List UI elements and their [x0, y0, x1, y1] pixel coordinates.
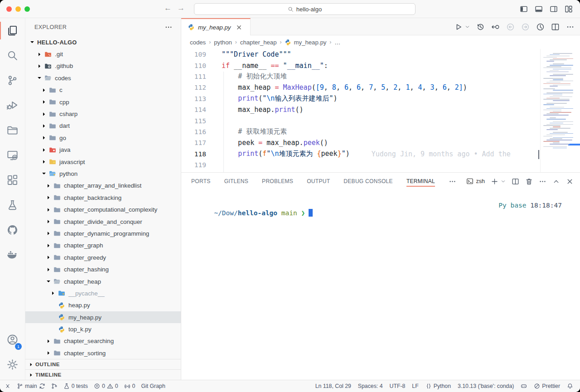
status-git-graph-button[interactable]	[51, 383, 58, 389]
code-line-109[interactable]: 109"""Driver Code"""	[181, 49, 540, 60]
code-line-111[interactable]: 111 # 初始化大顶堆	[181, 71, 540, 82]
code-line-119[interactable]: 119	[181, 160, 540, 170]
code-line-118[interactable]: 118 print(f"\n堆顶元素为 {peek}")Yudong Jin, …	[181, 149, 540, 160]
status-ports[interactable]: 0	[124, 383, 135, 389]
activity-item-settings[interactable]	[0, 352, 25, 377]
layout-sidebar-right-icon[interactable]	[550, 5, 558, 13]
activity-item-run-and-debug[interactable]	[0, 93, 25, 118]
tree-item-chapter-dynamic-programming[interactable]: chapter_dynamic_programming	[25, 227, 181, 239]
activity-item-explorer[interactable]	[0, 18, 25, 43]
activity-item-search[interactable]	[0, 43, 25, 68]
line-number[interactable]: 113	[181, 95, 206, 102]
tree-item-chapter-graph[interactable]: chapter_graph	[25, 240, 181, 252]
breadcrumb-item-codes[interactable]: codes	[190, 39, 206, 46]
activity-item-testing[interactable]	[0, 193, 25, 218]
activity-item-accounts[interactable]: 1	[0, 327, 25, 352]
back-arrow-icon[interactable]: ←	[164, 4, 172, 13]
tree-item-chapter-array-and-linkedlist[interactable]: chapter_array_and_linkedlist	[25, 180, 181, 192]
tree-item-chapter-heap[interactable]: chapter_heap	[25, 276, 181, 287]
tree-item-codes[interactable]: codes	[25, 72, 181, 84]
code-editor[interactable]: 109"""Driver Code"""110if __name__ == "_…	[181, 49, 540, 172]
tree-item-c[interactable]: c	[25, 84, 181, 96]
status-remote-indicator[interactable]	[5, 383, 11, 389]
status-indentation[interactable]: Spaces: 4	[358, 383, 383, 389]
status-encoding[interactable]: UTF-8	[390, 383, 406, 389]
panel-tabs-more-icon[interactable]	[449, 178, 456, 185]
command-center-search[interactable]: hello-algo	[194, 3, 416, 15]
line-number[interactable]: 114	[181, 106, 206, 113]
tree-item--github[interactable]: .github	[25, 60, 181, 72]
tree-item-my-heap-py[interactable]: my_heap.py	[25, 311, 181, 323]
sidebar-section-outline[interactable]: OUTLINE	[25, 359, 181, 369]
terminal-more-actions-icon[interactable]	[539, 178, 546, 185]
close-panel-icon[interactable]	[566, 178, 574, 185]
layout-panel-icon[interactable]	[535, 5, 543, 13]
tree-item-java[interactable]: java	[25, 144, 181, 156]
close-tab-icon[interactable]	[236, 24, 242, 31]
status-git-graph-label[interactable]: Git Graph	[141, 383, 165, 389]
status-language-mode[interactable]: Python	[425, 383, 451, 389]
tree-item-chapter-divide-and-conquer[interactable]: chapter_divide_and_conquer	[25, 216, 181, 227]
activity-item-extensions[interactable]	[0, 168, 25, 193]
status-tests[interactable]: 0 tests	[63, 383, 88, 389]
status-prettier[interactable]: Prettier	[534, 383, 560, 389]
tree-item--git[interactable]: .git	[25, 48, 181, 60]
zoom-window-button[interactable]	[24, 6, 30, 12]
code-line-114[interactable]: 114 max_heap.print()	[181, 104, 540, 115]
activity-item-github[interactable]	[0, 218, 25, 242]
status-eol[interactable]: LF	[412, 383, 418, 389]
open-changes-icon[interactable]	[491, 23, 500, 31]
code-line-113[interactable]: 113 print("\n输入列表并建堆后")	[181, 93, 540, 104]
more-actions-icon[interactable]	[566, 23, 575, 31]
new-terminal-icon[interactable]	[491, 178, 498, 185]
tree-item-cpp[interactable]: cpp	[25, 96, 181, 108]
panel-tab-terminal[interactable]: TERMINAL	[406, 173, 435, 190]
tree-item-chapter-greedy[interactable]: chapter_greedy	[25, 252, 181, 263]
tree-item-top-k-py[interactable]: top_k.py	[25, 323, 181, 335]
breadcrumb-item-chapter-heap[interactable]: chapter_heap	[240, 39, 277, 46]
status-notifications[interactable]	[567, 383, 573, 389]
maximize-panel-icon[interactable]	[552, 178, 560, 185]
activity-item-remote-explorer[interactable]	[0, 143, 25, 168]
timeline-history-icon[interactable]	[476, 23, 485, 31]
terminal-prompt[interactable]: ~/Dow/hello-algo main ❯	[190, 202, 313, 224]
panel-tab-ports[interactable]: PORTS	[191, 173, 211, 190]
code-line-117[interactable]: 117 peek = max_heap.peek()	[181, 137, 540, 148]
tree-item-go[interactable]: go	[25, 132, 181, 144]
activity-item-project-folder[interactable]	[0, 118, 25, 143]
line-number[interactable]: 119	[181, 161, 206, 169]
status-copilot[interactable]	[521, 383, 527, 389]
tree-item-chapter-sorting[interactable]: chapter_sorting	[25, 347, 181, 359]
layout-sidebar-left-icon[interactable]	[520, 5, 528, 13]
status-cursor-position[interactable]: Ln 118, Col 29	[315, 383, 351, 389]
run-python-file-chevron-icon[interactable]	[465, 24, 470, 29]
panel-tab-gitlens[interactable]: GITLENS	[224, 173, 248, 190]
gitlens-graph-icon[interactable]	[536, 23, 545, 31]
line-number[interactable]: 115	[181, 117, 206, 125]
panel-tab-problems[interactable]: PROBLEMS	[262, 173, 293, 190]
breadcrumb-item-my-heap-py[interactable]: my_heap.py	[285, 39, 326, 46]
breadcrumb-item-python[interactable]: python	[214, 39, 232, 46]
tree-item-javascript[interactable]: javascript	[25, 156, 181, 168]
code-line-110[interactable]: 110if __name__ == "__main__":	[181, 60, 540, 71]
split-editor-icon[interactable]	[551, 23, 560, 31]
line-number[interactable]: 112	[181, 84, 206, 91]
run-python-file-icon[interactable]	[454, 23, 463, 31]
code-line-116[interactable]: 116 # 获取堆顶元素	[181, 126, 540, 137]
layout-customize-icon[interactable]	[565, 5, 573, 13]
activity-item-docker[interactable]	[0, 242, 25, 267]
tree-item-heap-py[interactable]: heap.py	[25, 300, 181, 311]
minimize-window-button[interactable]	[15, 6, 21, 12]
breadcrumb-item--[interactable]: …	[334, 39, 340, 46]
new-terminal-chevron-icon[interactable]	[501, 179, 506, 184]
line-number[interactable]: 111	[181, 73, 206, 80]
line-number[interactable]: 118	[181, 150, 206, 158]
close-window-button[interactable]	[6, 6, 12, 12]
sidebar-section-timeline[interactable]: TIMELINE	[25, 369, 181, 380]
tree-item-hello-algo[interactable]: HELLO-ALGO	[25, 36, 181, 48]
tree-item-chapter-computational-complexity[interactable]: chapter_computational_complexity	[25, 203, 181, 215]
status-python-interpreter[interactable]: 3.10.13 ('base': conda)	[458, 383, 514, 389]
panel-tab-output[interactable]: OUTPUT	[307, 173, 330, 190]
line-number[interactable]: 117	[181, 139, 206, 146]
tree-item-python[interactable]: python	[25, 168, 181, 179]
